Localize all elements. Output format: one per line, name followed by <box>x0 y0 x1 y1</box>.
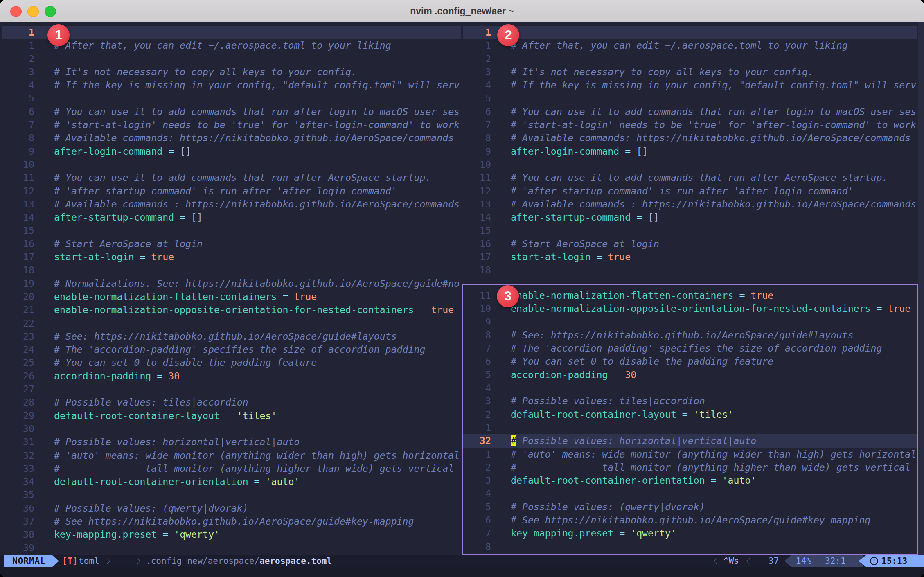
code-line[interactable]: 7# 'start-at-login' needs to be 'true' f… <box>463 118 917 131</box>
code-line[interactable]: 2 <box>2 52 461 65</box>
code-line[interactable]: 34default-root-container-orientation = '… <box>2 475 461 488</box>
code-line[interactable]: 7key-mapping.preset = 'qwerty' <box>463 527 917 540</box>
code-line[interactable]: 32# 'auto' means: wide monitor (anything… <box>2 449 461 462</box>
code-line[interactable]: 14after-startup-command = [] <box>463 211 917 224</box>
code-line[interactable]: 14after-startup-command = [] <box>2 211 461 224</box>
code-line[interactable]: 8# Available commands: https://nikitabob… <box>463 131 917 144</box>
code-line[interactable]: 25# You can set 0 to disable the padding… <box>2 356 461 369</box>
code-line[interactable]: 9 <box>463 316 917 329</box>
scrollbar-strip[interactable] <box>918 22 924 555</box>
code-line[interactable]: 18 <box>463 264 917 277</box>
code-line[interactable]: 1# After that, you can edit ~/.aerospace… <box>463 39 917 52</box>
code-line[interactable]: 6# You can use it to add commands that r… <box>2 105 461 118</box>
som-badge-3[interactable]: 3 <box>497 285 519 307</box>
code-line[interactable]: 4# If the key is missing in your config,… <box>463 79 917 92</box>
code-line[interactable]: 11# You can use it to add commands that … <box>463 171 917 184</box>
file-path: .config_new/aerospace/aerospace.toml <box>146 555 332 567</box>
code-line[interactable]: 35 <box>2 488 461 501</box>
code-line[interactable]: 12# 'after-startup-command' is run after… <box>2 185 461 198</box>
code-line[interactable]: 20enable-normalization-flatten-container… <box>2 290 461 303</box>
code-line[interactable]: 2 <box>463 52 917 65</box>
code-line[interactable]: 2default-root-container-layout = 'tiles' <box>463 408 917 421</box>
code-line[interactable]: 3# It's not necessary to copy all keys t… <box>2 65 461 79</box>
code-text: enable-normalization-flatten-containers … <box>511 289 773 302</box>
code-line[interactable]: 33# tall monitor (anything higher than w… <box>2 462 461 475</box>
code-line[interactable]: 23# See: https://nikitabobko.github.io/A… <box>2 330 461 343</box>
code-line[interactable]: 15 <box>2 224 461 237</box>
code-line[interactable]: 4 <box>463 487 917 500</box>
cursor-line[interactable]: 32# Possible values: horizontal|vertical… <box>463 434 917 447</box>
code-line[interactable]: 16# Start AeroSpace at login <box>2 237 461 250</box>
code-line[interactable]: 30 <box>2 422 461 435</box>
title-bar[interactable]: nvim .config_new/aer ~ <box>0 0 924 23</box>
code-line[interactable]: 1# After that, you can edit ~/.aerospace… <box>2 39 461 52</box>
clock-segment: 15:13 <box>859 555 924 567</box>
code-line[interactable]: 21enable-normalization-opposite-orientat… <box>2 303 461 316</box>
pane-left[interactable]: 11# After that, you can edit ~/.aerospac… <box>2 22 461 559</box>
code-text: # See: https://nikitabobko.github.io/Aer… <box>54 330 397 343</box>
code-line[interactable]: 9after-login-command = [] <box>2 145 461 158</box>
code-line[interactable]: 15 <box>463 224 917 237</box>
code-line[interactable]: 10enable-normalization-opposite-orientat… <box>463 302 917 315</box>
code-line[interactable]: 11# You can use it to add commands that … <box>2 171 461 184</box>
code-line[interactable]: 1 <box>463 421 917 434</box>
code-line[interactable]: 3# It's not necessary to copy all keys t… <box>463 65 917 79</box>
code-line[interactable]: 37# See https://nikitabobko.github.io/Ae… <box>2 515 461 528</box>
code-line[interactable]: 7# The 'accordion-padding' specifies the… <box>463 342 917 355</box>
code-line[interactable]: 24# The 'accordion-padding' specifies th… <box>2 343 461 356</box>
som-badge-2[interactable]: 2 <box>497 24 519 46</box>
code-text: default-root-container-orientation = 'au… <box>54 475 300 488</box>
code-line[interactable]: 8 <box>463 540 917 553</box>
line-number: 8 <box>2 131 34 144</box>
code-line[interactable]: 29default-root-container-layout = 'tiles… <box>2 409 461 422</box>
code-line[interactable]: 5# Possible values: (qwerty|dvorak) <box>463 500 917 514</box>
line-number: 32 <box>2 449 34 462</box>
line-number: 28 <box>2 396 34 409</box>
som-badge-1[interactable]: 1 <box>47 24 70 46</box>
time-label: 15:13 <box>881 555 907 567</box>
code-line[interactable]: 5accordion-padding = 30 <box>463 368 917 381</box>
code-line[interactable]: 28# Possible values: tiles|accordion <box>2 396 461 409</box>
code-line[interactable]: 39 <box>2 541 461 554</box>
code-line[interactable]: 2# tall monitor (anything higher than wi… <box>463 461 917 474</box>
code-line[interactable]: 5 <box>2 92 461 105</box>
code-line[interactable]: 27 <box>2 383 461 396</box>
code-line[interactable]: 1# 'auto' means: wide monitor (anything … <box>463 448 917 461</box>
line-number: 32 <box>463 434 491 447</box>
code-line[interactable]: 13# Available commands : https://nikitab… <box>463 198 917 211</box>
cursor-line[interactable]: 1 <box>2 26 461 39</box>
pane-bottom-right-active[interactable]: 11enable-normalization-flatten-container… <box>463 289 917 554</box>
line-number: 8 <box>463 540 491 553</box>
command-line[interactable] <box>0 567 924 577</box>
code-line[interactable]: 6# See https://nikitabobko.github.io/Aer… <box>463 514 917 527</box>
code-line[interactable]: 3default-root-container-orientation = 'a… <box>463 474 917 487</box>
code-line[interactable]: 5 <box>463 92 917 105</box>
cursor-line[interactable]: 1 <box>463 26 917 39</box>
code-line[interactable]: 17start-at-login = true <box>463 250 917 264</box>
code-line[interactable]: 8# Available commands: https://nikitabob… <box>2 131 461 144</box>
code-line[interactable]: 31# Possible values: horizontal|vertical… <box>2 435 461 449</box>
code-line[interactable]: 6# You can use it to add commands that r… <box>463 105 917 118</box>
code-line[interactable]: 16# Start AeroSpace at login <box>463 237 917 250</box>
code-line[interactable]: 12# 'after-startup-command' is run after… <box>463 185 917 198</box>
code-line[interactable]: 36# Possible values: (qwerty|dvorak) <box>2 502 461 515</box>
code-text: # You can use it to add commands that ru… <box>54 171 431 184</box>
code-line[interactable]: 4 <box>463 381 917 394</box>
code-line[interactable]: 13# Available commands : https://nikitab… <box>2 198 461 211</box>
code-line[interactable]: 22 <box>2 317 461 330</box>
code-line[interactable]: 38key-mapping.preset = 'qwerty' <box>2 528 461 541</box>
code-line[interactable]: 10 <box>2 158 461 171</box>
code-line[interactable]: 19# Normalizations. See: https://nikitab… <box>2 277 461 290</box>
code-line[interactable]: 7# 'start-at-login' needs to be 'true' f… <box>2 118 461 131</box>
code-line[interactable]: 6# You can set 0 to disable the padding … <box>463 355 917 368</box>
code-line[interactable]: 8# See: https://nikitabobko.github.io/Ae… <box>463 329 917 342</box>
code-line[interactable]: 18 <box>2 264 461 277</box>
code-line[interactable]: 4# If the key is missing in your config,… <box>2 79 461 92</box>
code-line[interactable]: 9after-login-command = [] <box>463 145 917 158</box>
pane-top-right[interactable]: 11# After that, you can edit ~/.aerospac… <box>463 22 917 288</box>
code-line[interactable]: 26accordion-padding = 30 <box>2 370 461 383</box>
code-line[interactable]: 3# Possible values: tiles|accordion <box>463 394 917 408</box>
code-line[interactable]: 10 <box>463 158 917 171</box>
code-line[interactable]: 17start-at-login = true <box>2 250 461 264</box>
code-line[interactable]: 11enable-normalization-flatten-container… <box>463 289 917 302</box>
